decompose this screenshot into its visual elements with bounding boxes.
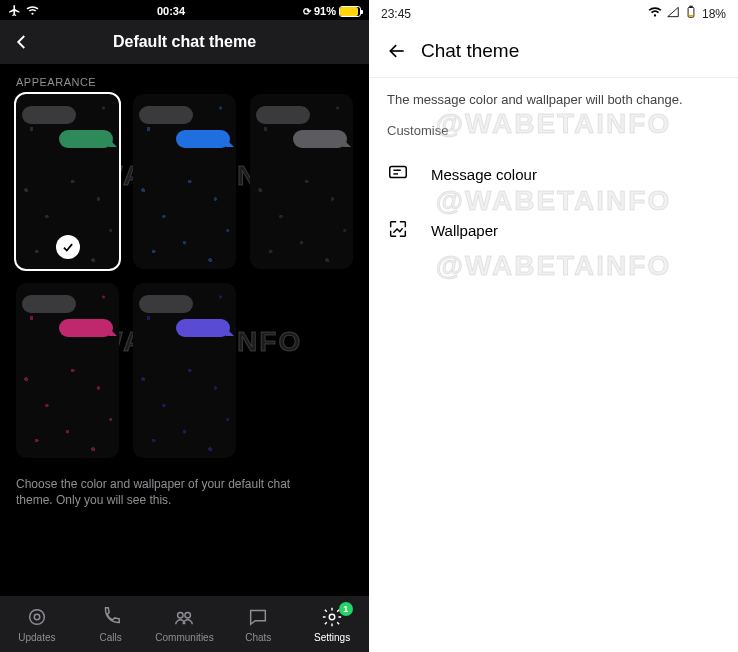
checkmark-icon <box>56 235 80 259</box>
svg-rect-9 <box>390 166 407 177</box>
message-colour-icon <box>387 162 409 187</box>
svg-point-2 <box>178 612 184 618</box>
battery-icon <box>684 5 698 22</box>
tab-updates[interactable]: Updates <box>0 596 74 652</box>
svg-point-4 <box>329 614 335 620</box>
status-time: 23:45 <box>381 7 411 21</box>
status-battery-pct: 91% <box>314 5 336 17</box>
message-colour-label: Message colour <box>431 166 537 183</box>
description-text: The message color and wallpaper will bot… <box>387 92 720 107</box>
page-title: Chat theme <box>421 40 519 62</box>
tab-label: Chats <box>245 632 271 643</box>
outgoing-bubble <box>293 130 347 148</box>
content: The message color and wallpaper will bot… <box>369 78 738 272</box>
status-battery-pct: 18% <box>702 7 726 21</box>
outgoing-bubble <box>176 319 230 337</box>
tab-label: Updates <box>18 632 55 643</box>
back-button[interactable] <box>0 33 44 51</box>
svg-rect-6 <box>690 6 692 7</box>
theme-option-purple[interactable] <box>133 283 236 458</box>
message-colour-item[interactable]: Message colour <box>387 146 720 202</box>
theme-option-gray[interactable] <box>250 94 353 269</box>
status-bar: 00:34 ⟳ 91% <box>0 0 369 20</box>
tab-label: Communities <box>155 632 213 643</box>
tab-settings[interactable]: Settings1 <box>295 596 369 652</box>
tab-label: Settings <box>314 632 350 643</box>
wifi-icon <box>26 4 39 19</box>
svg-point-1 <box>34 614 40 620</box>
outgoing-bubble <box>59 130 113 148</box>
tab-bar: UpdatesCallsCommunitiesChatsSettings1 <box>0 596 369 652</box>
orientation-lock-icon: ⟳ <box>303 6 311 17</box>
ios-screen: @WABETAINFO @WABETAINFO 00:34 ⟳ 91% <box>0 0 369 652</box>
wallpaper-icon <box>387 218 409 243</box>
signal-icon <box>666 5 680 22</box>
tab-calls[interactable]: Calls <box>74 596 148 652</box>
section-label-customise: Customise <box>387 123 720 138</box>
theme-grid <box>16 94 353 458</box>
svg-point-0 <box>30 609 45 624</box>
back-button[interactable] <box>379 33 415 69</box>
theme-option-magenta[interactable] <box>16 283 119 458</box>
content: APPEARANCE Choose the color and wallpape… <box>0 64 369 596</box>
section-label-appearance: APPEARANCE <box>16 76 353 88</box>
status-time: 00:34 <box>39 5 303 17</box>
battery-icon <box>339 6 361 17</box>
tab-communities[interactable]: Communities <box>148 596 222 652</box>
incoming-bubble <box>139 295 193 313</box>
incoming-bubble <box>22 106 76 124</box>
communities-icon <box>173 606 195 630</box>
page-title: Default chat theme <box>0 33 369 51</box>
wallpaper-item[interactable]: Wallpaper <box>387 202 720 258</box>
tab-chats[interactable]: Chats <box>221 596 295 652</box>
hint-text: Choose the color and wallpaper of your d… <box>16 476 316 508</box>
incoming-bubble <box>22 295 76 313</box>
calls-icon <box>100 606 122 630</box>
status-bar: 23:45 18% <box>369 0 738 24</box>
android-screen: @WABETAINFO @WABETAINFO @WABETAINFO 23:4… <box>369 0 738 652</box>
theme-option-blue[interactable] <box>133 94 236 269</box>
svg-point-3 <box>185 612 191 618</box>
outgoing-bubble <box>59 319 113 337</box>
header: Chat theme <box>369 24 738 78</box>
updates-icon <box>26 606 48 630</box>
theme-option-green[interactable] <box>16 94 119 269</box>
tab-badge: 1 <box>339 602 353 616</box>
incoming-bubble <box>139 106 193 124</box>
svg-rect-7 <box>689 15 694 17</box>
header: Default chat theme <box>0 20 369 64</box>
incoming-bubble <box>256 106 310 124</box>
outgoing-bubble <box>176 130 230 148</box>
wallpaper-label: Wallpaper <box>431 222 498 239</box>
tab-label: Calls <box>100 632 122 643</box>
chats-icon <box>247 606 269 630</box>
airplane-icon <box>8 4 21 19</box>
wifi-icon <box>648 5 662 22</box>
